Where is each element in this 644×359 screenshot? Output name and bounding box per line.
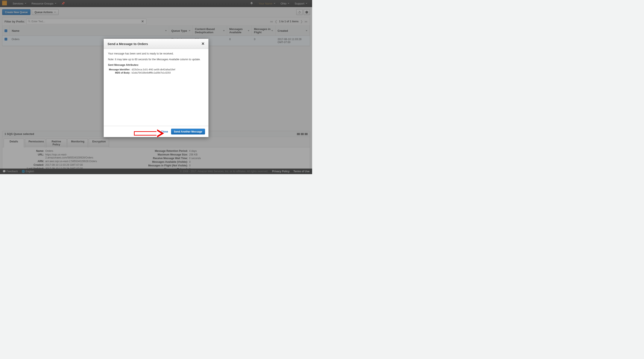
send-another-button[interactable]: Send Another Message	[171, 129, 205, 134]
close-icon[interactable]: ✕	[201, 41, 204, 46]
close-button[interactable]: Close	[161, 130, 168, 133]
modal-note-text: Note: It may take up to 60 seconds for t…	[108, 58, 204, 61]
message-identifier-value: d22b2eca-2c01-4f42-ae58-db42a8ad18ef	[132, 68, 175, 71]
modal-title: Send a Message to Orders	[108, 42, 148, 46]
md5-body-value: b2afa764168e9dfff8c1a09b7b1c0293	[132, 71, 171, 74]
send-message-modal: Send a Message to Orders ✕ Your message …	[104, 39, 209, 137]
sent-attributes-heading: Sent Message Attributes:	[108, 63, 204, 66]
modal-confirmation-text: Your message has been sent and is ready …	[108, 52, 204, 55]
